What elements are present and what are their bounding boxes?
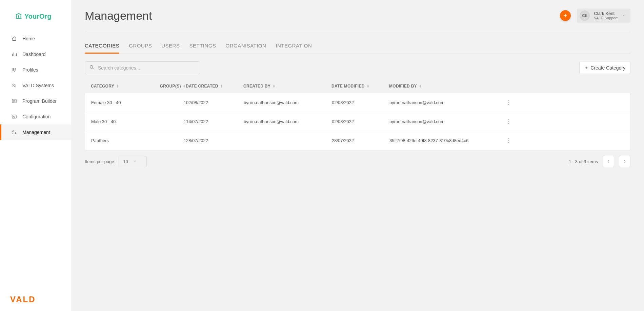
tabs: CATEGORIES GROUPS USERS SETTINGS ORGANIS…: [85, 43, 630, 54]
profiles-icon: [12, 67, 17, 73]
user-meta: Clark Kent VALD Support: [594, 11, 618, 21]
sidebar-item-label: Profiles: [22, 67, 38, 73]
org-logo-text: YourOrg: [24, 13, 52, 20]
sort-icon: ▲▼: [273, 84, 275, 88]
add-button[interactable]: [560, 10, 571, 21]
tab-users[interactable]: USERS: [161, 43, 180, 54]
cell-modified-by: byron.nathanson@vald.com: [389, 100, 491, 105]
prev-page-button[interactable]: [603, 156, 614, 167]
vald-systems-icon: [12, 83, 17, 88]
cell-groups: 1: [159, 100, 186, 105]
sort-icon: ▲▼: [220, 84, 223, 88]
table-row[interactable]: Panthers 1 28/07/2022 28/07/2022 35ff7f9…: [85, 131, 630, 150]
chevron-left-icon: [606, 159, 611, 164]
sidebar-item-label: Program Builder: [22, 98, 57, 104]
sidebar-item-management[interactable]: Management: [0, 124, 71, 140]
table-toolbar: Create Category: [85, 61, 630, 74]
search-icon: [89, 65, 94, 71]
home-icon: [12, 36, 17, 41]
cell-date-created: 28/07/2022: [186, 138, 244, 143]
management-icon: [12, 130, 17, 135]
svg-point-7: [90, 65, 93, 68]
tab-categories[interactable]: CATEGORIES: [85, 43, 119, 54]
cell-category: Male 30 - 40: [91, 119, 159, 124]
header-actions: CK Clark Kent VALD Support: [560, 8, 630, 23]
table-footer: Items per page: 10 1 - 3 of 3 items: [85, 156, 630, 167]
svg-point-4: [14, 116, 15, 117]
sidebar-item-label: Management: [22, 130, 50, 135]
tab-organisation[interactable]: ORGANISATION: [225, 43, 266, 54]
cell-created-by: byron.nathanson@vald.com: [244, 119, 332, 124]
sort-icon: ▲▼: [419, 84, 422, 88]
sidebar-nav: Home Dashboard Profiles VALD Systems Pro…: [0, 30, 71, 140]
sort-icon: ▲▼: [116, 84, 119, 88]
col-modified-by[interactable]: MODIFIED BY▲▼: [389, 84, 491, 89]
table-row[interactable]: Female 30 - 40 1 02/08/2022 byron.nathan…: [85, 93, 630, 112]
dashboard-icon: [12, 52, 17, 57]
col-created-by[interactable]: CREATED BY▲▼: [243, 84, 331, 89]
create-category-label: Create Category: [590, 65, 625, 71]
user-name: Clark Kent: [594, 11, 618, 16]
cell-date-modified: 28/07/2022: [332, 138, 389, 143]
tab-integration[interactable]: INTEGRATION: [276, 43, 312, 54]
create-category-button[interactable]: Create Category: [579, 62, 630, 74]
tab-settings[interactable]: SETTINGS: [189, 43, 216, 54]
svg-point-1: [15, 69, 16, 70]
col-date-created[interactable]: DATE CREATED▲▼: [186, 84, 243, 89]
sidebar: YourOrg Home Dashboard Profiles VALD Sys…: [0, 0, 71, 311]
sidebar-item-configuration[interactable]: Configuration: [0, 109, 71, 124]
sidebar-item-label: Dashboard: [22, 52, 46, 57]
chevron-down-icon: [133, 159, 137, 164]
page-title: Management: [85, 9, 152, 22]
brand-footer: VALD: [0, 295, 71, 311]
svg-point-0: [13, 68, 14, 70]
table-row[interactable]: Male 30 - 40 1 14/07/2022 byron.nathanso…: [85, 112, 630, 131]
org-logo-icon: [15, 12, 22, 21]
org-logo: YourOrg: [0, 0, 71, 30]
cell-groups: 1: [159, 138, 186, 143]
next-page-button[interactable]: [619, 156, 630, 167]
row-actions-button[interactable]: ⋮: [491, 118, 511, 125]
col-groups[interactable]: GROUP(S)▲▼: [159, 84, 186, 89]
cell-date-modified: 02/08/2022: [332, 119, 389, 124]
sidebar-item-vald-systems[interactable]: VALD Systems: [0, 78, 71, 93]
cell-modified-by: 35ff7f98-429d-40f8-8237-310b8d8ed4c6: [389, 138, 491, 143]
main-content: Management CK Clark Kent VALD Support CA…: [71, 0, 644, 311]
sidebar-item-profiles[interactable]: Profiles: [0, 62, 71, 78]
cell-category: Female 30 - 40: [91, 100, 159, 105]
plus-icon: [584, 66, 588, 70]
sidebar-item-program-builder[interactable]: Program Builder: [0, 93, 71, 109]
program-builder-icon: [12, 98, 17, 104]
row-actions-button[interactable]: ⋮: [491, 137, 511, 144]
cell-modified-by: byron.nathanson@vald.com: [389, 119, 491, 124]
items-per-page-select[interactable]: 10: [119, 156, 146, 167]
sidebar-item-dashboard[interactable]: Dashboard: [0, 46, 71, 62]
search-wrap: [85, 61, 200, 74]
chevron-down-icon: [622, 13, 626, 18]
svg-rect-3: [12, 115, 16, 118]
sidebar-item-label: VALD Systems: [22, 83, 54, 88]
chevron-right-icon: [622, 159, 627, 164]
search-input[interactable]: [85, 61, 200, 74]
sort-icon: ▲▼: [367, 84, 369, 88]
avatar: CK: [580, 11, 590, 21]
page-header: Management CK Clark Kent VALD Support: [85, 8, 630, 31]
col-category[interactable]: CATEGORY▲▼: [91, 84, 159, 89]
configuration-icon: [12, 114, 17, 119]
sidebar-item-label: Configuration: [22, 114, 51, 119]
sort-icon: ▲▼: [183, 84, 186, 88]
cell-date-modified: 02/08/2022: [332, 100, 389, 105]
sidebar-item-label: Home: [22, 36, 35, 41]
tab-groups[interactable]: GROUPS: [129, 43, 152, 54]
svg-point-6: [15, 133, 16, 134]
plus-icon: [563, 13, 568, 18]
page-range: 1 - 3 of 3 items: [569, 159, 598, 164]
cell-date-created: 02/08/2022: [186, 100, 244, 105]
items-per-page: Items per page: 10: [85, 156, 147, 167]
items-per-page-value: 10: [123, 159, 128, 164]
sidebar-item-home[interactable]: Home: [0, 31, 71, 46]
user-menu[interactable]: CK Clark Kent VALD Support: [577, 8, 630, 23]
table-header: CATEGORY▲▼ GROUP(S)▲▼ DATE CREATED▲▼ CRE…: [85, 79, 630, 93]
row-actions-button[interactable]: ⋮: [491, 99, 511, 106]
col-date-modified[interactable]: DATE MODIFIED▲▼: [331, 84, 389, 89]
